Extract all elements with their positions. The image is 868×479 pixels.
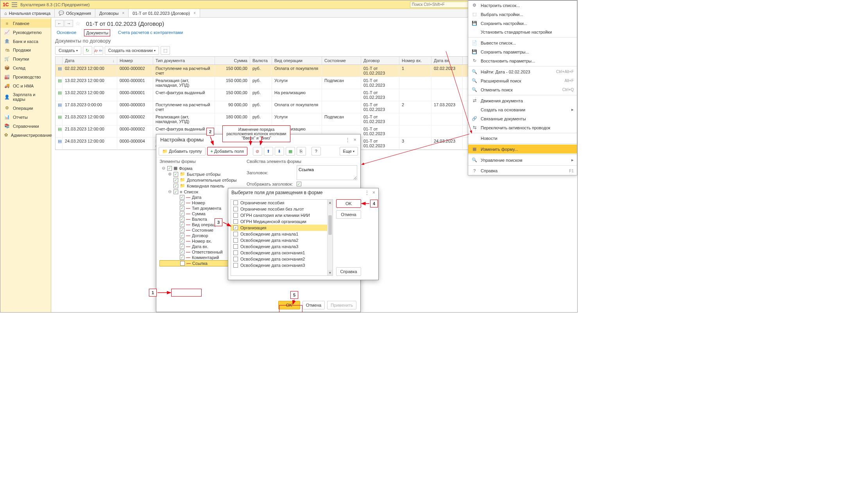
table-header[interactable]: Договор xyxy=(361,57,399,64)
fields-row[interactable]: Ограничение пособия без льгот xyxy=(231,206,333,212)
ctx-item[interactable]: Новости xyxy=(468,134,577,143)
scrollbar[interactable]: ▲ ▼ xyxy=(327,200,333,275)
expand-icon[interactable]: ⊕ xyxy=(167,172,172,177)
sidebar-item[interactable]: 📦Склад xyxy=(0,63,51,72)
fields-row[interactable]: Ограничение пособия xyxy=(231,200,333,206)
fields-row[interactable]: Освобождение дата окончания2 xyxy=(231,256,333,262)
refresh-button[interactable]: ↻ xyxy=(83,46,92,55)
close-icon[interactable]: × xyxy=(122,11,124,15)
tab-contracts[interactable]: Договоры× xyxy=(95,9,129,17)
copy-button[interactable]: ⎘ xyxy=(297,147,306,155)
tree-checkbox[interactable] xyxy=(180,244,184,249)
global-search-input[interactable] xyxy=(410,2,472,8)
expand-icon[interactable]: ⊖ xyxy=(161,166,166,171)
table-header[interactable]: Сумма xyxy=(215,57,250,64)
ok-button[interactable]: OK xyxy=(336,199,361,208)
ok-button[interactable]: OK xyxy=(278,301,300,309)
sidebar-item[interactable]: 🛍Продажи xyxy=(0,46,51,54)
fields-row[interactable]: Освобождение дата начала3 xyxy=(231,243,333,250)
nav-fwd-button[interactable]: → xyxy=(64,20,73,27)
table-header[interactable]: Вид операции xyxy=(272,57,322,64)
show-header-checkbox[interactable] xyxy=(297,182,301,186)
ctx-item[interactable]: Создать на основании▸ xyxy=(468,105,577,114)
move-up-button[interactable]: ⬆ xyxy=(264,147,273,155)
scroll-thumb[interactable] xyxy=(328,215,332,235)
main-menu-icon[interactable] xyxy=(12,2,17,7)
tree-checkbox[interactable] xyxy=(180,239,184,243)
apply-button[interactable]: Применить xyxy=(327,301,356,309)
field-checkbox[interactable] xyxy=(233,250,238,255)
table-header[interactable]: Номер xyxy=(117,57,153,64)
kebab-icon[interactable]: ⋮ xyxy=(365,190,369,195)
more-button[interactable]: Еще▾ xyxy=(340,147,358,155)
field-checkbox[interactable] xyxy=(233,232,238,236)
add-group-button[interactable]: 📁Добавить группу xyxy=(159,147,206,155)
sidebar-item[interactable]: 📊Отчеты xyxy=(0,113,51,122)
ctx-item[interactable]: ⇄Движения документа xyxy=(468,96,577,105)
field-checkbox[interactable] xyxy=(233,219,238,224)
tree-checkbox[interactable] xyxy=(180,250,184,254)
sidebar-item[interactable]: 📚Справочники xyxy=(0,122,51,130)
fields-row[interactable]: Освобождение дата начала2 xyxy=(231,237,333,243)
tree-checkbox[interactable] xyxy=(180,222,184,227)
tree-checkbox[interactable] xyxy=(180,200,184,205)
tree-checkbox[interactable] xyxy=(167,166,172,171)
add-fields-button[interactable]: +Добавить поля xyxy=(207,147,247,155)
ctx-item[interactable]: 🔍Расширенный поискAlt+F xyxy=(468,76,577,85)
cancel-button[interactable]: Отмена xyxy=(336,210,361,219)
field-checkbox[interactable] xyxy=(233,225,238,230)
fields-list[interactable]: Ограничение пособияОграничение пособия б… xyxy=(231,199,333,276)
nav-back-button[interactable]: ← xyxy=(55,20,64,27)
ctx-item[interactable]: ?СправкаF1 xyxy=(468,166,577,175)
close-icon[interactable]: × xyxy=(372,190,375,195)
fields-row[interactable]: Организация xyxy=(231,225,333,231)
ctx-item[interactable]: ↻Восстановить параметры... xyxy=(468,56,577,65)
sidebar-item[interactable]: 🏭Производство xyxy=(0,72,51,81)
tree-row[interactable]: 📁Дополнительные отборы xyxy=(159,177,242,183)
sidebar-item[interactable]: 🛒Покупки xyxy=(0,54,51,63)
tree-checkbox[interactable] xyxy=(180,217,184,222)
sidebar-item[interactable]: 📈Руководителю xyxy=(0,28,51,37)
tab-home[interactable]: ⌂Начальная страница xyxy=(0,9,55,17)
tab-discussions[interactable]: 💬Обсуждения xyxy=(55,9,95,17)
table-header[interactable]: Номер вх. xyxy=(399,57,431,64)
tree-checkbox[interactable] xyxy=(180,233,184,238)
scroll-down-icon[interactable]: ▼ xyxy=(328,270,333,275)
field-checkbox[interactable] xyxy=(233,257,238,261)
create-button[interactable]: Создать▾ xyxy=(55,46,81,55)
create-based-button[interactable]: Создать на основании▾ xyxy=(105,46,159,55)
tree-checkbox[interactable] xyxy=(180,261,185,266)
tree-checkbox[interactable] xyxy=(180,228,184,232)
ctx-item[interactable]: 🔍Найти: Дата - 02.02.2023Ctrl+Alt+F xyxy=(468,67,577,76)
sidebar-item[interactable]: ✿Администрирование xyxy=(0,130,51,139)
ctx-item[interactable]: ⬚Выбрать настройки... xyxy=(468,10,577,19)
help-button[interactable]: Справка xyxy=(336,267,361,276)
table-header[interactable]: Состояние xyxy=(322,57,361,64)
sidebar-item[interactable]: 👤Зарплата и кадры xyxy=(0,90,51,104)
table-header[interactable]: Валюта xyxy=(250,57,272,64)
cancel-button[interactable]: Отмена xyxy=(302,301,325,309)
scroll-up-icon[interactable]: ▲ xyxy=(328,200,333,205)
field-checkbox[interactable] xyxy=(233,213,238,218)
favorite-star-icon[interactable]: ☆ xyxy=(75,20,81,27)
fields-row[interactable]: Освобождение дата окончания3 xyxy=(231,262,333,268)
header-input[interactable]: Ссылка xyxy=(297,165,357,180)
tree-checkbox[interactable] xyxy=(180,255,184,260)
table-header[interactable]: Тип документа xyxy=(153,57,215,64)
field-checkbox[interactable] xyxy=(233,244,238,249)
table-header[interactable]: Дата вх. xyxy=(431,57,463,64)
tree-checkbox[interactable] xyxy=(180,195,184,200)
dtkt-button[interactable]: ДтКт xyxy=(94,46,103,55)
field-checkbox[interactable] xyxy=(233,238,238,243)
props-button[interactable]: ▦ xyxy=(286,147,295,155)
ctx-item[interactable]: 🔗Связанные документы xyxy=(468,114,577,123)
fields-row[interactable]: Освобождение дата начала1 xyxy=(231,231,333,237)
fields-row[interactable]: ОГРН Медицинской организации xyxy=(231,218,333,225)
tree-checkbox[interactable] xyxy=(174,178,178,182)
expand-icon[interactable]: ⊖ xyxy=(167,189,172,194)
tree-checkbox[interactable] xyxy=(174,189,178,194)
ctx-item[interactable]: 🔍Отменить поискCtrl+Q xyxy=(468,85,577,94)
delete-button[interactable]: ⊘ xyxy=(253,147,262,155)
field-checkbox[interactable] xyxy=(233,207,238,211)
kebab-icon[interactable]: ⋮ xyxy=(345,137,350,143)
